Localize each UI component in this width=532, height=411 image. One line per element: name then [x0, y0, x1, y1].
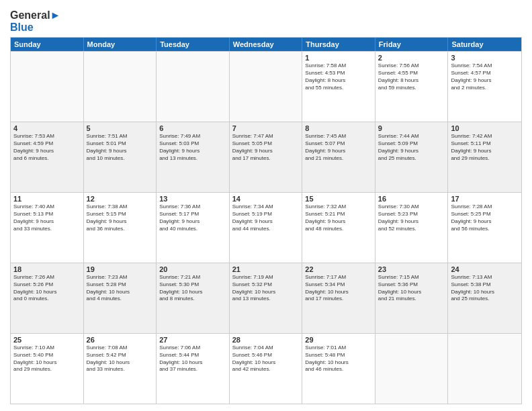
cal-cell: 9Sunrise: 7:44 AMSunset: 5:09 PMDaylight…	[375, 122, 449, 192]
cell-info: Sunrise: 7:10 AMSunset: 5:40 PMDaylight:…	[13, 345, 81, 373]
cell-info: Sunrise: 7:15 AMSunset: 5:36 PMDaylight:…	[378, 274, 445, 303]
day-number: 10	[451, 124, 519, 132]
cal-row-4: 25Sunrise: 7:10 AMSunset: 5:40 PMDayligh…	[11, 333, 521, 404]
calendar-header: SundayMondayTuesdayWednesdayThursdayFrid…	[11, 38, 521, 51]
cell-info: Sunrise: 7:47 AMSunset: 5:05 PMDaylight:…	[232, 133, 300, 162]
cal-cell: 23Sunrise: 7:15 AMSunset: 5:36 PMDayligh…	[375, 263, 449, 333]
day-number: 7	[232, 124, 300, 132]
header-cell-thursday: Thursday	[302, 38, 375, 51]
cal-cell: 12Sunrise: 7:38 AMSunset: 5:15 PMDayligh…	[84, 193, 157, 263]
day-number: 11	[13, 195, 81, 203]
cal-row-1: 4Sunrise: 7:53 AMSunset: 4:59 PMDaylight…	[11, 122, 521, 192]
day-number: 26	[87, 336, 154, 344]
cal-cell: 15Sunrise: 7:32 AMSunset: 5:21 PMDayligh…	[302, 193, 375, 263]
header-cell-sunday: Sunday	[11, 38, 84, 51]
header-cell-friday: Friday	[375, 38, 449, 51]
cal-cell: 20Sunrise: 7:21 AMSunset: 5:30 PMDayligh…	[157, 263, 230, 333]
page: General► Blue SundayMondayTuesdayWednesd…	[0, 0, 532, 411]
cal-cell: 10Sunrise: 7:42 AMSunset: 5:11 PMDayligh…	[448, 122, 521, 192]
cell-info: Sunrise: 7:01 AMSunset: 5:48 PMDaylight:…	[305, 345, 372, 373]
day-number: 13	[159, 195, 226, 203]
cell-info: Sunrise: 7:56 AMSunset: 4:55 PMDaylight:…	[378, 62, 445, 91]
cal-cell: 22Sunrise: 7:17 AMSunset: 5:34 PMDayligh…	[302, 263, 375, 333]
cal-cell: 26Sunrise: 7:08 AMSunset: 5:42 PMDayligh…	[84, 334, 157, 404]
cal-cell: 24Sunrise: 7:13 AMSunset: 5:38 PMDayligh…	[448, 263, 521, 333]
cell-info: Sunrise: 7:19 AMSunset: 5:32 PMDaylight:…	[232, 274, 300, 303]
cal-cell: 8Sunrise: 7:45 AMSunset: 5:07 PMDaylight…	[302, 122, 375, 192]
cal-row-0: 1Sunrise: 7:58 AMSunset: 4:53 PMDaylight…	[11, 51, 521, 122]
day-number: 15	[305, 195, 372, 203]
cal-cell: 21Sunrise: 7:19 AMSunset: 5:32 PMDayligh…	[230, 263, 303, 333]
day-number: 9	[378, 124, 445, 132]
cell-info: Sunrise: 7:21 AMSunset: 5:30 PMDaylight:…	[159, 274, 226, 303]
day-number: 1	[305, 54, 372, 62]
cell-info: Sunrise: 7:51 AMSunset: 5:01 PMDaylight:…	[87, 133, 154, 162]
day-number: 19	[87, 265, 154, 273]
cal-cell	[230, 52, 303, 122]
cal-cell: 5Sunrise: 7:51 AMSunset: 5:01 PMDaylight…	[84, 122, 157, 192]
cal-cell: 17Sunrise: 7:28 AMSunset: 5:25 PMDayligh…	[448, 193, 521, 263]
cal-cell: 29Sunrise: 7:01 AMSunset: 5:48 PMDayligh…	[302, 334, 375, 404]
cell-info: Sunrise: 7:26 AMSunset: 5:26 PMDaylight:…	[13, 274, 81, 303]
cal-cell	[157, 52, 230, 122]
cell-info: Sunrise: 7:34 AMSunset: 5:19 PMDaylight:…	[232, 203, 300, 232]
header-cell-tuesday: Tuesday	[157, 38, 230, 51]
day-number: 25	[13, 336, 81, 344]
cal-cell: 28Sunrise: 7:04 AMSunset: 5:46 PMDayligh…	[230, 334, 303, 404]
cell-info: Sunrise: 7:04 AMSunset: 5:46 PMDaylight:…	[232, 345, 300, 373]
cal-cell: 4Sunrise: 7:53 AMSunset: 4:59 PMDaylight…	[11, 122, 84, 192]
cal-cell: 25Sunrise: 7:10 AMSunset: 5:40 PMDayligh…	[11, 334, 84, 404]
day-number: 2	[378, 54, 445, 62]
cal-cell: 1Sunrise: 7:58 AMSunset: 4:53 PMDaylight…	[302, 52, 375, 122]
cell-info: Sunrise: 7:58 AMSunset: 4:53 PMDaylight:…	[305, 62, 372, 91]
logo: General► Blue	[10, 9, 60, 33]
day-number: 16	[378, 195, 445, 203]
day-number: 14	[232, 195, 300, 203]
cell-info: Sunrise: 7:06 AMSunset: 5:44 PMDaylight:…	[159, 345, 226, 373]
day-number: 29	[305, 336, 372, 344]
cell-info: Sunrise: 7:54 AMSunset: 4:57 PMDaylight:…	[451, 62, 519, 91]
cell-info: Sunrise: 7:49 AMSunset: 5:03 PMDaylight:…	[159, 133, 226, 162]
cal-cell: 27Sunrise: 7:06 AMSunset: 5:44 PMDayligh…	[157, 334, 230, 404]
cell-info: Sunrise: 7:17 AMSunset: 5:34 PMDaylight:…	[305, 274, 372, 303]
cell-info: Sunrise: 7:45 AMSunset: 5:07 PMDaylight:…	[305, 133, 372, 162]
cal-cell: 19Sunrise: 7:23 AMSunset: 5:28 PMDayligh…	[84, 263, 157, 333]
day-number: 3	[451, 54, 519, 62]
cal-cell	[375, 334, 449, 404]
header-cell-monday: Monday	[84, 38, 157, 51]
cal-cell: 6Sunrise: 7:49 AMSunset: 5:03 PMDaylight…	[157, 122, 230, 192]
day-number: 12	[87, 195, 154, 203]
day-number: 17	[451, 195, 519, 203]
day-number: 18	[13, 265, 81, 273]
cell-info: Sunrise: 7:36 AMSunset: 5:17 PMDaylight:…	[159, 203, 226, 232]
cell-info: Sunrise: 7:53 AMSunset: 4:59 PMDaylight:…	[13, 133, 81, 162]
cell-info: Sunrise: 7:08 AMSunset: 5:42 PMDaylight:…	[87, 345, 154, 373]
cal-cell	[11, 52, 84, 122]
cal-cell: 13Sunrise: 7:36 AMSunset: 5:17 PMDayligh…	[157, 193, 230, 263]
cell-info: Sunrise: 7:23 AMSunset: 5:28 PMDaylight:…	[87, 274, 154, 303]
cell-info: Sunrise: 7:38 AMSunset: 5:15 PMDaylight:…	[87, 203, 154, 232]
cell-info: Sunrise: 7:30 AMSunset: 5:23 PMDaylight:…	[378, 203, 445, 232]
logo-line1: General►	[10, 9, 60, 21]
cell-info: Sunrise: 7:42 AMSunset: 5:11 PMDaylight:…	[451, 133, 519, 162]
cal-cell: 11Sunrise: 7:40 AMSunset: 5:13 PMDayligh…	[11, 193, 84, 263]
day-number: 20	[159, 265, 226, 273]
cal-cell: 3Sunrise: 7:54 AMSunset: 4:57 PMDaylight…	[448, 52, 521, 122]
cal-row-2: 11Sunrise: 7:40 AMSunset: 5:13 PMDayligh…	[11, 192, 521, 263]
day-number: 5	[87, 124, 154, 132]
cal-cell: 7Sunrise: 7:47 AMSunset: 5:05 PMDaylight…	[230, 122, 303, 192]
day-number: 27	[159, 336, 226, 344]
cell-info: Sunrise: 7:13 AMSunset: 5:38 PMDaylight:…	[451, 274, 519, 303]
header-cell-wednesday: Wednesday	[230, 38, 303, 51]
cell-info: Sunrise: 7:40 AMSunset: 5:13 PMDaylight:…	[13, 203, 81, 232]
day-number: 24	[451, 265, 519, 273]
cal-cell: 14Sunrise: 7:34 AMSunset: 5:19 PMDayligh…	[230, 193, 303, 263]
cal-row-3: 18Sunrise: 7:26 AMSunset: 5:26 PMDayligh…	[11, 263, 521, 333]
cal-cell: 18Sunrise: 7:26 AMSunset: 5:26 PMDayligh…	[11, 263, 84, 333]
day-number: 6	[159, 124, 226, 132]
cal-cell	[84, 52, 157, 122]
cal-cell: 16Sunrise: 7:30 AMSunset: 5:23 PMDayligh…	[375, 193, 449, 263]
calendar-body: 1Sunrise: 7:58 AMSunset: 4:53 PMDaylight…	[11, 51, 521, 404]
cell-info: Sunrise: 7:44 AMSunset: 5:09 PMDaylight:…	[378, 133, 445, 162]
day-number: 22	[305, 265, 372, 273]
